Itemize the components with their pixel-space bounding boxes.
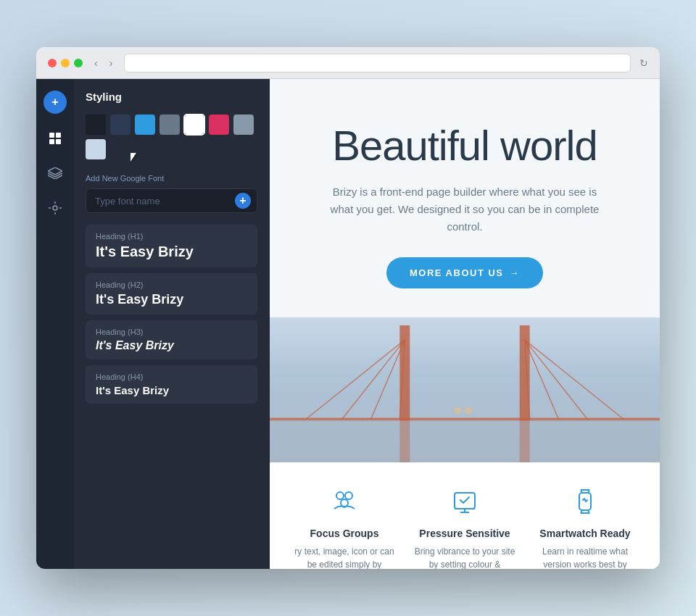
svg-line-8: [342, 339, 405, 419]
font-input-row: +: [86, 188, 257, 213]
browser-dots: [48, 59, 83, 67]
browser-content: + Sty: [36, 79, 660, 569]
nav-back[interactable]: ‹: [91, 56, 101, 70]
dot-red[interactable]: [48, 59, 57, 67]
heading-h1-label: Heading (H1): [96, 232, 247, 241]
website-preview: Beautiful world Brizy is a front-end pag…: [270, 79, 660, 569]
svg-rect-1: [56, 133, 61, 138]
hero-btn-label: MORE ABOUT US: [410, 267, 504, 278]
heading-h3-card[interactable]: Heading (H3) It's Easy Brizy: [86, 320, 257, 359]
heading-h3-label: Heading (H3): [96, 328, 247, 336]
feature-2-title: Pressure Sensitive: [412, 528, 518, 539]
smartwatch-icon: [568, 484, 602, 519]
reload-button[interactable]: ↻: [639, 57, 648, 69]
heading-h1-card[interactable]: Heading (H1) It's Easy Brizy: [86, 225, 257, 267]
color-swatches: [86, 115, 257, 159]
svg-point-18: [465, 407, 472, 414]
feature-2-text: Bring vibrance to your site by setting c…: [412, 545, 518, 569]
hero-cta-button[interactable]: MORE ABOUT US →: [386, 257, 543, 288]
styling-panel-title: Styling: [86, 91, 257, 103]
svg-line-12: [525, 339, 588, 419]
add-element-button[interactable]: +: [44, 91, 67, 114]
heading-h3-text: It's Easy Brizy: [96, 339, 247, 352]
swatch-white[interactable]: [184, 115, 204, 135]
svg-point-19: [336, 492, 344, 499]
feature-3-title: Smartwatch Ready: [532, 528, 638, 539]
swatch-dark[interactable]: [86, 115, 106, 135]
svg-rect-2: [49, 139, 54, 144]
arrow-icon: →: [510, 267, 521, 278]
heading-h4-card[interactable]: Heading (H4) It's Easy Brizy: [86, 365, 257, 404]
svg-point-17: [454, 407, 461, 414]
google-font-label: Add New Google Font: [86, 174, 257, 183]
heading-h4-text: It's Easy Brizy: [96, 384, 247, 396]
svg-rect-0: [49, 133, 54, 138]
feature-1-title: Focus Groups: [291, 528, 397, 539]
dot-green[interactable]: [74, 59, 83, 67]
svg-rect-15: [270, 417, 660, 420]
feature-pressure-sensitive: Pressure Sensitive Bring vibrance to you…: [412, 484, 518, 569]
svg-line-13: [525, 339, 559, 419]
pressure-sensitive-icon: [447, 484, 482, 519]
browser-window: ‹ › ↻ +: [36, 47, 660, 569]
hero-section: Beautiful world Brizy is a front-end pag…: [270, 79, 660, 317]
add-font-button[interactable]: +: [235, 193, 251, 209]
swatch-pink[interactable]: [209, 115, 229, 135]
features-section: Focus Groups ry text, image, icon or can…: [270, 462, 660, 569]
nav-forward[interactable]: ›: [107, 56, 116, 70]
swatch-navy[interactable]: [110, 115, 130, 135]
swatch-gray[interactable]: [160, 115, 180, 135]
svg-line-7: [306, 339, 405, 419]
feature-focus-groups: Focus Groups ry text, image, icon or can…: [291, 484, 397, 569]
font-name-input[interactable]: [95, 196, 235, 207]
heading-h2-card[interactable]: Heading (H2) It's Easy Brizy: [86, 273, 257, 315]
svg-rect-3: [56, 139, 61, 144]
feature-1-text: ry text, image, icon or can be edited si…: [291, 545, 397, 569]
pages-icon[interactable]: [45, 128, 65, 149]
hero-subtitle: Brizy is a front-end page builder where …: [320, 183, 610, 236]
heading-h4-label: Heading (H4): [96, 372, 247, 381]
left-sidebar: +: [36, 79, 74, 569]
svg-line-11: [525, 339, 624, 419]
feature-smartwatch: Smartwatch Ready Learn in realtime what …: [532, 484, 638, 569]
focus-groups-icon: [327, 484, 362, 519]
layers-icon[interactable]: [45, 163, 65, 183]
svg-point-20: [345, 492, 352, 499]
hero-title: Beautiful world: [313, 122, 616, 169]
browser-url-bar[interactable]: [124, 54, 631, 72]
heading-h2-label: Heading (H2): [96, 280, 247, 289]
bridge-image: [270, 317, 660, 462]
heading-h2-text: It's Easy Brizy: [96, 292, 247, 307]
svg-rect-16: [270, 420, 660, 462]
svg-point-4: [53, 206, 57, 210]
settings-icon[interactable]: [45, 198, 65, 218]
swatch-light-gray[interactable]: [233, 115, 254, 135]
swatch-pale-blue[interactable]: [86, 139, 106, 159]
browser-toolbar: ‹ › ↻: [36, 47, 660, 79]
svg-line-9: [370, 339, 405, 419]
swatch-blue[interactable]: [135, 115, 155, 135]
dot-yellow[interactable]: [61, 59, 70, 67]
browser-nav: ‹ ›: [91, 56, 115, 70]
heading-h1-text: It's Easy Brizy: [96, 244, 247, 260]
styling-panel: Styling Add New Google Font + Heading: [74, 79, 270, 569]
bridge-background: [270, 317, 660, 462]
feature-3-text: Learn in realtime what version works bes…: [532, 545, 638, 569]
